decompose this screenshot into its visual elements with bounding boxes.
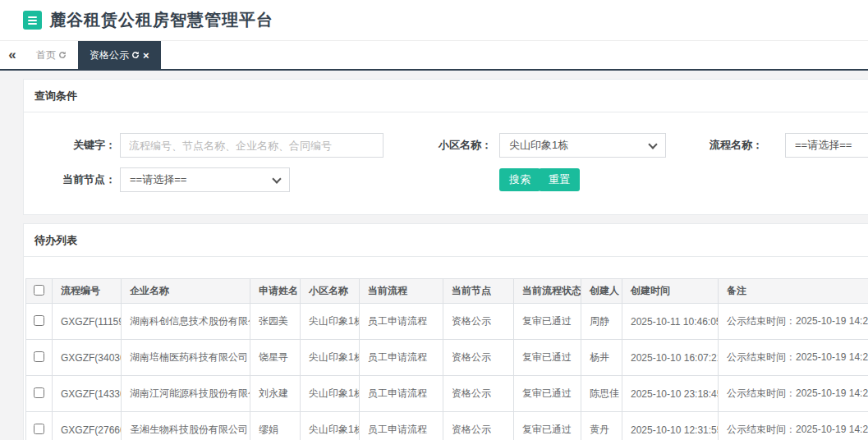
column-header: 创建时间 [622, 279, 719, 304]
table-header-row: 流程编号企业名称申请姓名小区名称当前流程当前节点当前流程状态创建人创建时间备注 [26, 279, 868, 304]
cell-node: 资格公示 [443, 304, 514, 340]
cell-status: 复审已通过 [514, 340, 581, 376]
cell-remark: 公示结束时间：2025-10-19 14:26:51 [719, 376, 868, 412]
select-all-cell [26, 279, 53, 304]
cell-remark: 公示结束时间：2025-10-19 14:27:49 [719, 304, 868, 340]
chevron-down-icon [272, 174, 281, 183]
collapse-tabs-icon[interactable]: « [0, 41, 25, 69]
search-button[interactable]: 搜索 [499, 168, 540, 191]
row-checkbox[interactable] [34, 351, 44, 362]
cell-created-at: 2025-10-10 16:07:21 [622, 340, 719, 376]
cell-created-at: 2025-10-11 10:46:05 [622, 304, 719, 340]
cell-community: 尖山印象1栋 [301, 376, 360, 412]
column-header: 创建人 [581, 279, 622, 304]
query-panel: 查询条件 关键字： 小区名称： 尖山印象1栋 流程名称： ==请选择== 当前节… [23, 79, 868, 215]
todo-panel: 待办列表 流程编号企业名称申请姓名小区名称当前流程当前节点当前流程状态创建人创建… [23, 223, 868, 440]
current-node-label: 当前节点： [24, 167, 116, 192]
cell-process-no: GXGZF(11159) [53, 304, 122, 340]
select-all-checkbox[interactable] [34, 285, 44, 296]
tab-qualification-publicity[interactable]: 资格公示 × [78, 41, 161, 69]
current-node-select[interactable]: ==请选择== [120, 167, 290, 192]
cell-process: 员工申请流程 [360, 340, 443, 376]
community-select[interactable]: 尖山印象1栋 [499, 133, 666, 158]
menu-icon[interactable] [23, 11, 42, 30]
cell-process-no: GXGZF(14330) [53, 376, 122, 412]
cell-process: 员工申请流程 [360, 304, 443, 340]
todo-table: 流程编号企业名称申请姓名小区名称当前流程当前节点当前流程状态创建人创建时间备注 … [25, 278, 868, 440]
cell-remark: 公示结束时间：2025-10-19 14:25:02 [719, 412, 868, 440]
table-row: GXGZF(14330) 湖南江河能源科技股份有限公司 刘永建 尖山印象1栋 员… [26, 376, 868, 412]
table-row: GXGZF(27660) 圣湘生物科技股份有限公司 缪娟 尖山印象1栋 员工申请… [26, 412, 868, 440]
column-header: 小区名称 [301, 279, 360, 304]
column-header: 当前节点 [443, 279, 514, 304]
row-checkbox[interactable] [34, 315, 44, 326]
row-checkbox[interactable] [34, 387, 44, 398]
todo-table-wrap: 流程编号企业名称申请姓名小区名称当前流程当前节点当前流程状态创建人创建时间备注 … [24, 257, 868, 440]
close-icon[interactable]: × [143, 50, 149, 61]
cell-node: 资格公示 [443, 340, 514, 376]
tab-bar: « 首页 资格公示 × [0, 41, 868, 71]
cell-applicant: 张园美 [250, 304, 301, 340]
query-form: 关键字： 小区名称： 尖山印象1栋 流程名称： ==请选择== 当前节点： ==… [24, 112, 868, 214]
content-area: 查询条件 关键字： 小区名称： 尖山印象1栋 流程名称： ==请选择== 当前节… [0, 71, 868, 440]
page: { "app": { "title": "麓谷租赁公租房智慧管理平台" }, "… [0, 0, 868, 440]
process-name-select[interactable]: ==请选择== [785, 133, 868, 158]
cell-node: 资格公示 [443, 412, 514, 440]
cell-creator: 黄丹 [581, 412, 622, 440]
cell-creator: 杨井 [581, 340, 622, 376]
cell-process: 员工申请流程 [360, 412, 443, 440]
refresh-icon[interactable] [58, 51, 67, 59]
cell-company: 湖南江河能源科技股份有限公司 [122, 376, 250, 412]
app-header: 麓谷租赁公租房智慧管理平台 [0, 0, 868, 41]
cell-company: 湖南科创信息技术股份有限公司 [122, 304, 250, 340]
cell-creator: 陈思佳 [581, 376, 622, 412]
process-name-label: 流程名称： [648, 133, 763, 158]
refresh-icon[interactable] [131, 51, 140, 59]
cell-company: 圣湘生物科技股份有限公司 [122, 412, 250, 440]
cell-company: 湖南培楠医药科技有限公司 [122, 340, 250, 376]
todo-panel-title: 待办列表 [24, 224, 868, 257]
keyword-input[interactable] [120, 133, 383, 158]
cell-applicant: 饶星寻 [250, 340, 301, 376]
column-header: 备注 [719, 279, 868, 304]
cell-status: 复审已通过 [514, 304, 581, 340]
cell-applicant: 缪娟 [250, 412, 301, 440]
reset-button[interactable]: 重置 [539, 168, 580, 191]
cell-status: 复审已通过 [514, 376, 581, 412]
app-title: 麓谷租赁公租房智慧管理平台 [49, 9, 273, 31]
column-header: 流程编号 [53, 279, 122, 304]
query-panel-title: 查询条件 [24, 80, 868, 112]
cell-status: 复审已通过 [514, 412, 581, 440]
column-header: 申请姓名 [250, 279, 301, 304]
tab-home[interactable]: 首页 [25, 41, 78, 69]
cell-remark: 公示结束时间：2025-10-19 14:27:12 [719, 340, 868, 376]
column-header: 当前流程 [360, 279, 443, 304]
cell-process-no: GXGZF(27660) [53, 412, 122, 440]
cell-applicant: 刘永建 [250, 376, 301, 412]
keyword-label: 关键字： [24, 133, 116, 158]
todo-table-body: GXGZF(11159) 湖南科创信息技术股份有限公司 张园美 尖山印象1栋 员… [26, 304, 868, 440]
table-row: GXGZF(11159) 湖南科创信息技术股份有限公司 张园美 尖山印象1栋 员… [26, 304, 868, 340]
row-checkbox[interactable] [34, 424, 44, 434]
cell-community: 尖山印象1栋 [301, 304, 360, 340]
cell-node: 资格公示 [443, 376, 514, 412]
cell-community: 尖山印象1栋 [301, 340, 360, 376]
column-header: 企业名称 [122, 279, 250, 304]
cell-creator: 周静 [581, 304, 622, 340]
tab-qualification-label: 资格公示 [90, 48, 129, 62]
cell-process: 员工申请流程 [360, 376, 443, 412]
tab-home-label: 首页 [36, 48, 56, 62]
table-row: GXGZF(34030) 湖南培楠医药科技有限公司 饶星寻 尖山印象1栋 员工申… [26, 340, 868, 376]
cell-created-at: 2025-10-10 12:31:55 [622, 412, 719, 440]
cell-community: 尖山印象1栋 [301, 412, 360, 440]
community-label: 小区名称： [385, 133, 492, 158]
column-header: 当前流程状态 [514, 279, 581, 304]
cell-process-no: GXGZF(34030) [53, 340, 122, 376]
cell-created-at: 2025-10-10 23:18:45 [622, 376, 719, 412]
